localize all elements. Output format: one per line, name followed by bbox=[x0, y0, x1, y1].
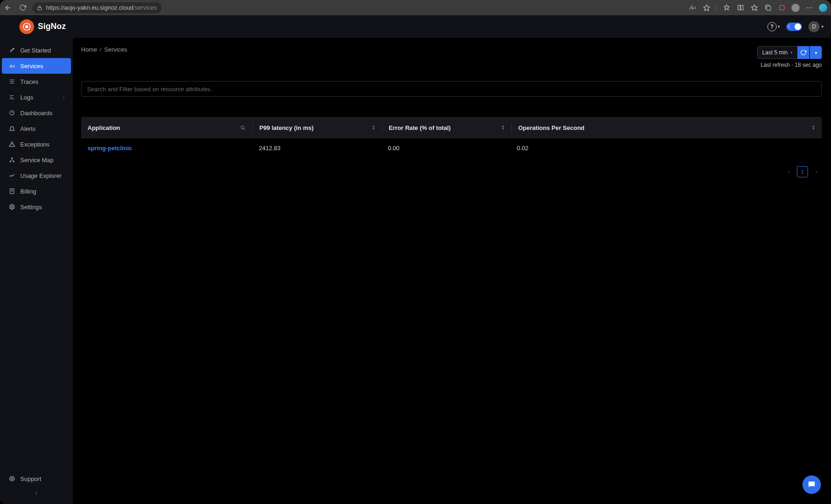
column-header-p99[interactable]: P99 latency (in ms) ▲▼ bbox=[253, 124, 382, 131]
sidebar-item-label: Support bbox=[20, 475, 41, 482]
page-prev-button[interactable]: ‹ bbox=[783, 166, 794, 177]
search-icon[interactable] bbox=[240, 125, 246, 131]
sort-icon[interactable]: ▲▼ bbox=[812, 125, 815, 130]
svg-line-36 bbox=[244, 128, 245, 129]
bars-icon bbox=[8, 63, 16, 69]
svg-point-35 bbox=[241, 126, 244, 129]
sidebar-item-label: Settings bbox=[20, 204, 42, 211]
cell-application: spring-petclinic bbox=[81, 145, 252, 152]
sidebar-item-support[interactable]: Support bbox=[2, 471, 71, 486]
sidebar-item-label: Services bbox=[20, 63, 43, 70]
sidebar-item-label: Service Map bbox=[20, 157, 53, 164]
last-refresh-text: Last refresh - 18 sec ago bbox=[761, 62, 822, 68]
sidebar-item-usage-explorer[interactable]: Usage Explorer bbox=[2, 168, 71, 183]
user-menu[interactable]: D ▾ bbox=[808, 21, 824, 32]
chevron-down-icon: ▾ bbox=[821, 24, 824, 29]
sidebar-item-label: Billing bbox=[20, 188, 36, 195]
help-menu[interactable]: ? ▾ bbox=[767, 22, 780, 31]
column-header-ops[interactable]: Operations Per Second ▲▼ bbox=[512, 124, 822, 131]
svg-rect-7 bbox=[767, 6, 771, 10]
sidebar-item-service-map[interactable]: Service Map bbox=[2, 152, 71, 168]
breadcrumb: Home / Services bbox=[81, 46, 127, 53]
theme-toggle[interactable]: ☾ bbox=[786, 23, 802, 31]
services-table: Application P99 latency (in ms) ▲▼ Error… bbox=[81, 117, 822, 158]
url-path: /services bbox=[133, 4, 157, 11]
lifebuoy-icon bbox=[8, 475, 16, 482]
sort-icon[interactable]: ▲▼ bbox=[372, 125, 375, 130]
sidebar-item-traces[interactable]: Traces bbox=[2, 74, 71, 89]
sidebar-item-exceptions[interactable]: Exceptions bbox=[2, 136, 71, 152]
sidebar-item-alerts[interactable]: Alerts bbox=[2, 121, 71, 136]
collections-icon[interactable] bbox=[764, 4, 772, 12]
address-bar[interactable]: https://aojo-yakn.eu.signoz.cloud/servic… bbox=[32, 2, 162, 13]
column-header-application[interactable]: Application bbox=[81, 124, 252, 131]
chevron-down-icon: ▾ bbox=[778, 24, 780, 29]
column-header-error-rate[interactable]: Error Rate (% of total) ▲▼ bbox=[382, 124, 511, 131]
reader-icon[interactable] bbox=[736, 4, 744, 12]
favorites-icon[interactable] bbox=[750, 4, 758, 12]
page-next-button[interactable]: › bbox=[811, 166, 822, 177]
svg-rect-3 bbox=[737, 6, 740, 10]
app-header: SigNoz ? ▾ ☾ D ▾ bbox=[0, 15, 831, 38]
network-icon bbox=[8, 157, 16, 163]
content-area: Home / Services Last 5 min ▾ ▾ Last refr… bbox=[73, 38, 831, 504]
svg-point-34 bbox=[11, 478, 13, 480]
user-initial: D bbox=[812, 23, 816, 30]
collapse-sidebar-button[interactable] bbox=[0, 486, 73, 500]
receipt-icon bbox=[8, 188, 16, 194]
table-row: spring-petclinic 2412.83 0.00 0.02 bbox=[81, 138, 822, 158]
star-outline-icon[interactable] bbox=[702, 4, 711, 12]
sidebar-item-label: Exceptions bbox=[20, 141, 50, 148]
sidebar: Get Started Services Traces Logs › Dashb… bbox=[0, 38, 73, 504]
filter-search-box[interactable] bbox=[81, 81, 822, 97]
align-left-icon bbox=[8, 94, 16, 100]
app-icon[interactable] bbox=[778, 4, 786, 12]
more-icon[interactable] bbox=[805, 4, 813, 12]
text-size-icon[interactable]: AA bbox=[689, 4, 697, 12]
sort-icon[interactable]: ▲▼ bbox=[501, 125, 505, 130]
sidebar-item-logs[interactable]: Logs › bbox=[2, 89, 71, 105]
breadcrumb-home[interactable]: Home bbox=[81, 46, 97, 53]
time-range-button[interactable]: Last 5 min ▾ bbox=[757, 46, 798, 59]
warning-icon bbox=[8, 141, 16, 147]
column-label: Operations Per Second bbox=[518, 124, 585, 131]
svg-point-9 bbox=[807, 7, 808, 8]
browser-toolbar: https://aojo-yakn.eu.signoz.cloud/servic… bbox=[0, 0, 831, 15]
svg-point-11 bbox=[811, 7, 812, 8]
moon-icon: ☾ bbox=[788, 24, 792, 29]
sidebar-item-get-started[interactable]: Get Started bbox=[2, 42, 71, 58]
sidebar-item-label: Usage Explorer bbox=[20, 172, 62, 179]
service-link[interactable]: spring-petclinic bbox=[88, 145, 132, 152]
svg-rect-1 bbox=[38, 7, 41, 10]
gear-icon bbox=[8, 204, 16, 210]
svg-point-33 bbox=[10, 476, 15, 481]
dashboard-icon bbox=[8, 110, 16, 116]
toggle-knob bbox=[795, 23, 801, 30]
brand-logo[interactable]: SigNoz bbox=[19, 19, 66, 34]
help-icon: ? bbox=[767, 22, 777, 31]
page-number-button[interactable]: 1 bbox=[797, 166, 808, 177]
refresh-icon[interactable] bbox=[18, 4, 27, 12]
sidebar-item-label: Get Started bbox=[20, 47, 51, 54]
filter-search-input[interactable] bbox=[87, 86, 816, 93]
sidebar-item-billing[interactable]: Billing bbox=[2, 183, 71, 199]
svg-point-28 bbox=[12, 158, 12, 158]
lock-icon bbox=[37, 5, 42, 11]
refresh-button[interactable] bbox=[797, 46, 809, 59]
back-icon[interactable] bbox=[4, 4, 12, 12]
sidebar-item-services[interactable]: Services bbox=[2, 58, 71, 74]
refresh-interval-button[interactable]: ▾ bbox=[810, 46, 822, 59]
svg-point-10 bbox=[809, 7, 810, 8]
svg-rect-4 bbox=[741, 6, 743, 10]
profile-avatar-icon[interactable] bbox=[791, 4, 800, 12]
chevron-right-icon: › bbox=[63, 95, 64, 100]
sidebar-item-dashboards[interactable]: Dashboards bbox=[2, 105, 71, 121]
user-avatar: D bbox=[808, 21, 819, 32]
extension-icon[interactable] bbox=[722, 4, 731, 12]
url-host: https://aojo-yakn.eu.signoz.cloud bbox=[46, 4, 133, 11]
rocket-icon bbox=[8, 47, 16, 53]
chat-fab[interactable] bbox=[802, 475, 821, 494]
svg-point-13 bbox=[26, 25, 28, 28]
sidebar-item-settings[interactable]: Settings bbox=[2, 199, 71, 215]
copilot-icon[interactable] bbox=[819, 4, 827, 12]
